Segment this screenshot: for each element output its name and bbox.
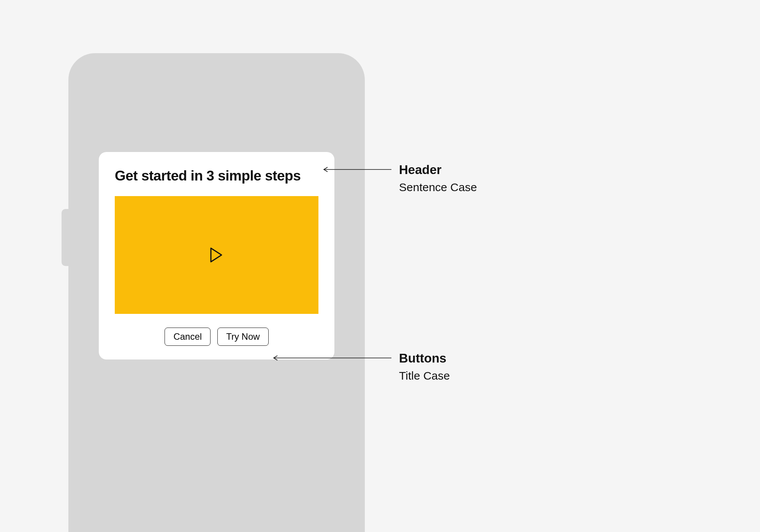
modal-button-row: Cancel Try Now bbox=[115, 328, 318, 346]
modal-header: Get started in 3 simple steps bbox=[115, 168, 318, 184]
video-thumbnail[interactable] bbox=[115, 196, 318, 314]
try-now-button[interactable]: Try Now bbox=[217, 328, 268, 346]
play-icon bbox=[209, 247, 224, 263]
annotation-header-sub: Sentence Case bbox=[399, 181, 477, 194]
onboarding-modal: Get started in 3 simple steps Cancel Try… bbox=[99, 152, 334, 359]
annotation-header: Header Sentence Case bbox=[399, 163, 477, 194]
device-side-button bbox=[62, 209, 68, 266]
annotation-buttons: Buttons Title Case bbox=[399, 351, 450, 382]
annotation-buttons-title: Buttons bbox=[399, 351, 450, 366]
device-frame: Get started in 3 simple steps Cancel Try… bbox=[68, 53, 365, 532]
cancel-button[interactable]: Cancel bbox=[165, 328, 211, 346]
annotation-header-title: Header bbox=[399, 163, 477, 177]
annotation-buttons-sub: Title Case bbox=[399, 369, 450, 382]
